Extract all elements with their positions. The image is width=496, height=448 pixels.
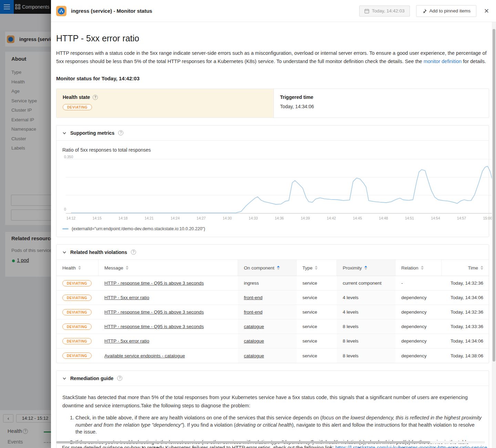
chevron-down-icon	[62, 131, 66, 135]
chart-title: Ratio of 5xx responses to total response…	[62, 147, 489, 153]
component-link[interactable]: catalogue	[244, 324, 264, 329]
violation-message-link[interactable]: HTTP - 5xx error ratio	[104, 295, 149, 300]
component-link[interactable]: front-end	[244, 309, 262, 315]
line-chart[interactable]: 0.350 0 14:1214:1514:1814:2114:2414:2714…	[66, 157, 492, 222]
component-link[interactable]: front-end	[244, 295, 262, 300]
proximity-cell: 4 levels	[337, 305, 395, 319]
supporting-metrics-section: Supporting metrics ? Ratio of 5xx respon…	[56, 125, 489, 237]
relation-cell: dependency	[395, 324, 442, 329]
sort-icon	[364, 266, 367, 270]
message-cell: HTTP - response time - Q95 is above 3 se…	[99, 309, 238, 315]
legend-swatch	[62, 228, 69, 230]
remediation-step: Check, in the table above, if there are …	[75, 414, 482, 436]
table-row: DEVIATINGHTTP - response time - Q95 is a…	[56, 305, 489, 319]
chevron-down-icon	[62, 376, 66, 380]
x-tick-label: 15:00	[483, 216, 492, 220]
time-cell: Today, 14:32:36	[442, 309, 489, 315]
violations-header[interactable]: Related health violations ?	[56, 245, 489, 260]
status-badge: DEVIATING	[62, 338, 92, 344]
sort-icon	[78, 266, 81, 270]
violation-message-link[interactable]: HTTP - response time - Q95 is above 3 se…	[104, 324, 204, 329]
x-tick-label: 14:39	[301, 216, 310, 220]
table-row: DEVIATINGHTTP - 5xx error ratiofront-end…	[56, 291, 489, 305]
chevron-down-icon	[62, 250, 66, 254]
monitor-status-modal: ingress (service) - Monitor status Today…	[51, 0, 496, 448]
status-badge: DEVIATING	[62, 324, 92, 330]
health-state-box: Health state ? DEVIATING Triggered time …	[56, 89, 489, 118]
sort-icon	[480, 266, 483, 270]
relation-cell: dependency	[395, 309, 442, 315]
table-row: DEVIATINGHTTP - 5xx error ratiocatalogue…	[56, 334, 489, 348]
supporting-metrics-header[interactable]: Supporting metrics ?	[56, 125, 489, 141]
inline-link[interactable]: https://l.stackstate.com/ui-kubernetes-m…	[335, 445, 487, 448]
type-cell: service	[297, 295, 337, 300]
health-cell: DEVIATING	[56, 280, 99, 286]
component-link[interactable]: catalogue	[244, 353, 264, 358]
modal-backdrop[interactable]	[0, 0, 52, 448]
x-tick-label: 14:15	[92, 216, 101, 220]
x-tick-label: 14:36	[275, 216, 284, 220]
proximity-cell: 8 levels	[337, 348, 395, 363]
violation-message-link[interactable]: HTTP - 5xx error ratio	[104, 338, 149, 344]
chart-legend[interactable]: {externalId="urn:endpoint:/demo-dev.demo…	[62, 226, 489, 231]
close-button[interactable]: ✕	[484, 8, 489, 14]
time-cell: Today, 14:34:06	[442, 338, 489, 344]
modal-header: ingress (service) - Monitor status Today…	[51, 0, 496, 22]
section-title: Supporting metrics	[70, 130, 114, 136]
status-badge: DEVIATING	[63, 104, 92, 110]
component-name: ingress	[244, 281, 259, 286]
remediation-footer: For more detailed guidance on how to rem…	[62, 445, 488, 448]
x-tick-label: 14:45	[353, 216, 362, 220]
add-to-pinned-items-button[interactable]: Add to pinned items	[416, 5, 476, 17]
column-header-message[interactable]: Message	[99, 260, 238, 276]
help-icon[interactable]: ?	[117, 376, 122, 381]
x-tick-label: 14:57	[457, 216, 466, 220]
x-tick-label: 14:51	[405, 216, 414, 220]
horizontal-scrollbar-thumb[interactable]	[56, 441, 430, 444]
column-header-proximity[interactable]: Proximity	[337, 260, 395, 276]
x-tick-label: 14:27	[197, 216, 206, 220]
sort-icon	[421, 266, 424, 270]
column-header-on-component[interactable]: On component	[238, 260, 297, 276]
vertical-scrollbar-track[interactable]	[492, 22, 496, 448]
component-cell: catalogue	[238, 319, 297, 334]
modal-body: HTTP - 5xx error ratio HTTP responses wi…	[51, 22, 496, 448]
component-cell: front-end	[238, 305, 297, 319]
sort-icon	[126, 266, 128, 270]
violation-message-link[interactable]: HTTP - response time - Q95 is above 3 se…	[104, 309, 204, 315]
related-health-violations-section: Related health violations ? HealthMessag…	[56, 244, 489, 363]
remediation-header[interactable]: Remediation guide ?	[56, 371, 489, 386]
x-tick-label: 14:12	[66, 216, 75, 220]
triggered-time-value: Today, 14:34:06	[280, 104, 483, 109]
component-link[interactable]: catalogue	[244, 338, 264, 344]
proximity-cell: 4 levels	[337, 291, 395, 305]
violation-message-link[interactable]: Available service endpoints - catalogue	[104, 353, 185, 358]
health-state-label: Health state	[63, 94, 90, 100]
x-tick-label: 14:18	[118, 216, 127, 220]
sort-icon	[315, 266, 318, 270]
proximity-cell: 8 levels	[337, 319, 395, 334]
x-tick-label: 14:54	[431, 216, 440, 220]
status-badge: DEVIATING	[62, 309, 92, 315]
column-header-type[interactable]: Type	[297, 260, 337, 276]
inline-link[interactable]: monitor definition	[424, 59, 462, 64]
health-cell: DEVIATING	[56, 338, 99, 344]
health-cell: DEVIATING	[56, 309, 99, 315]
column-header-relation[interactable]: Relation	[395, 260, 442, 276]
component-cell: front-end	[238, 291, 297, 305]
violation-message-link[interactable]: HTTP - response time - Q95 is above 3 se…	[104, 281, 204, 286]
status-badge: DEVIATING	[62, 280, 92, 286]
section-title: Remediation guide	[70, 376, 113, 381]
help-icon[interactable]: ?	[93, 95, 98, 100]
help-icon[interactable]: ?	[131, 250, 136, 255]
column-header-time[interactable]: Time	[442, 260, 489, 276]
modal-title: ingress (service) - Monitor status	[71, 8, 359, 14]
health-cell: DEVIATING	[56, 295, 99, 301]
message-cell: HTTP - 5xx error ratio	[99, 338, 238, 344]
relation-cell: dependency	[395, 353, 442, 358]
column-header-health[interactable]: Health	[56, 260, 99, 276]
vertical-scrollbar-thumb[interactable]	[493, 29, 495, 362]
message-cell: Available service endpoints - catalogue	[99, 353, 238, 358]
date-time-button[interactable]: Today, 14:42:03	[359, 6, 410, 17]
help-icon[interactable]: ?	[118, 130, 123, 135]
